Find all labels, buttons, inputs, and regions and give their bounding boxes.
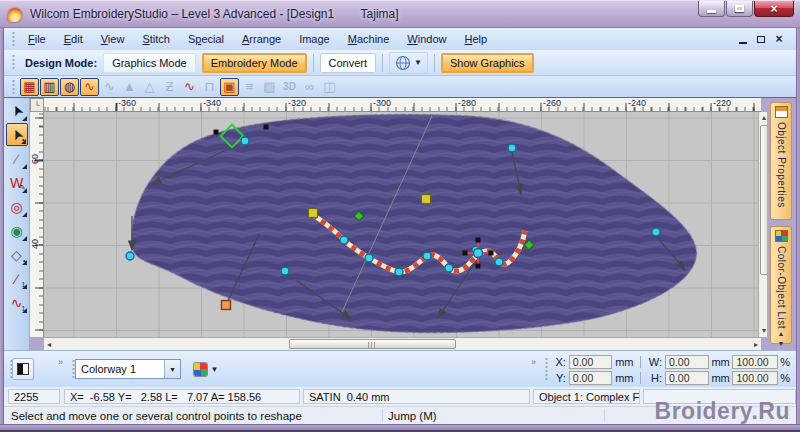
tab-scroll-down-icon[interactable]: ▼ <box>773 339 789 348</box>
zigzag-stitch-icon[interactable]: ∿ <box>80 78 99 96</box>
h-ruler-label: -280 <box>458 98 476 108</box>
menu-special[interactable]: Special <box>179 31 233 47</box>
scale-x-field[interactable]: 100.00 <box>732 355 778 369</box>
tab-object-properties[interactable]: Object Properties <box>770 102 792 220</box>
cyan-control-point[interactable] <box>652 228 660 236</box>
hoop-globe-button[interactable]: ▼ <box>389 52 428 74</box>
close-button[interactable]: × <box>754 1 794 17</box>
scroll-right-icon[interactable]: ▸ <box>754 341 758 349</box>
toolbar-grip[interactable] <box>12 54 15 72</box>
menu-file[interactable]: File <box>19 31 55 47</box>
menu-stitch[interactable]: Stitch <box>133 31 179 47</box>
convert-button[interactable]: Convert <box>320 53 377 73</box>
combo-dropdown-icon[interactable]: ▼ <box>164 360 180 378</box>
ruler-origin-button[interactable]: └ <box>30 98 44 112</box>
cyan-control-point[interactable] <box>126 252 134 260</box>
tab-scroll-up-icon[interactable]: ▲ <box>773 329 789 338</box>
lettering-tool[interactable]: W✎ <box>6 171 28 194</box>
complex-fill-icon[interactable]: ▦ <box>20 78 39 96</box>
cyan-control-point[interactable] <box>365 254 373 262</box>
design-canvas[interactable] <box>44 112 758 337</box>
yellow-control-point[interactable] <box>309 209 318 218</box>
cyan-control-point[interactable] <box>241 137 249 145</box>
cyan-control-point[interactable] <box>445 264 453 272</box>
knife-tool[interactable]: ∕ <box>6 147 28 170</box>
document-close-button[interactable]: × <box>770 32 788 47</box>
select-tool[interactable]: ➤ <box>6 99 28 122</box>
show-graphics-button[interactable]: Show Graphics <box>441 53 534 73</box>
tatami-fill-icon[interactable]: ▥ <box>40 78 59 96</box>
star-shape-tool[interactable]: ◇• <box>6 243 28 266</box>
w-field[interactable]: 0.00 <box>665 355 709 369</box>
dropdown-caret-icon: ▼ <box>211 365 219 374</box>
app-logo-icon <box>8 8 22 22</box>
document-restore-button[interactable] <box>752 32 770 47</box>
maximize-button[interactable] <box>726 1 753 17</box>
menu-window[interactable]: Window <box>398 31 455 47</box>
y-label: Y: <box>549 372 566 384</box>
y-field[interactable]: 0.00 <box>569 371 613 385</box>
texture-fill-icon[interactable]: ▣ <box>220 78 239 96</box>
scroll-left-icon[interactable]: ◂ <box>47 341 51 349</box>
motif-fill-icon[interactable]: ◍ <box>60 78 79 96</box>
thread-colors-button[interactable]: ▼ <box>189 359 223 379</box>
reshape-tool[interactable]: ➤• <box>6 123 28 146</box>
toolbar-overflow-chevron[interactable]: » <box>531 357 536 367</box>
closed-shape-tool[interactable]: ◎ <box>6 195 28 218</box>
menu-view[interactable]: View <box>92 31 134 47</box>
cyan-control-point[interactable] <box>508 144 516 152</box>
separator <box>434 54 435 72</box>
design-mode-toolbar: Design Mode: Graphics Mode Embroidery Mo… <box>4 50 796 76</box>
run-line-tool[interactable]: ∕1 <box>6 267 28 290</box>
menu-machine[interactable]: Machine <box>339 31 399 47</box>
black-control-point[interactable] <box>214 130 219 135</box>
cyan-control-point[interactable] <box>340 236 348 244</box>
stitch-edit-tool[interactable]: ∿1 <box>6 291 28 314</box>
h-ruler-label: -300 <box>373 98 391 108</box>
square-wave-icon: ⊓ <box>200 78 219 96</box>
embroidery-mode-button[interactable]: Embroidery Mode <box>202 53 307 73</box>
scroll-up-icon[interactable]: ▴ <box>762 114 766 122</box>
menu-image[interactable]: Image <box>290 31 339 47</box>
cyan-control-point[interactable] <box>495 258 503 266</box>
toolbar-grip[interactable] <box>12 31 15 46</box>
tab-color-object-list[interactable]: Color-Object List <box>770 226 792 344</box>
pointer-position: X= -6.58 Y= 2.58 L= 7.07 A= 158.56 <box>64 389 300 404</box>
x-label: X: <box>549 356 566 368</box>
cyan-control-point[interactable] <box>423 252 431 260</box>
yellow-control-point[interactable] <box>422 195 431 204</box>
cyan-control-point[interactable] <box>281 267 289 275</box>
menu-help[interactable]: Help <box>455 31 496 47</box>
background-toggle-button[interactable] <box>12 358 34 380</box>
scale-y-field[interactable]: 100.00 <box>732 371 778 385</box>
menu-arrange[interactable]: Arrange <box>233 31 290 47</box>
menu-edit[interactable]: Edit <box>55 31 92 47</box>
scroll-down-icon[interactable]: ▾ <box>762 327 766 335</box>
colorway-toolbar: » Colorway 1 ▼ ▼ » X: 0.00 mm W: 0.00 mm… <box>4 350 796 387</box>
stitch-count: 2255 <box>8 389 60 404</box>
x-field[interactable]: 0.00 <box>569 355 613 369</box>
toolbar-grip[interactable] <box>12 79 15 94</box>
globe-icon <box>395 55 411 71</box>
fill-shape-tool[interactable]: ◉ <box>6 219 28 242</box>
black-control-point[interactable] <box>264 125 269 130</box>
h-label: H: <box>645 372 662 384</box>
v-ruler-label: 60 <box>30 152 40 166</box>
minimize-button[interactable] <box>698 1 725 17</box>
h-field[interactable]: 0.00 <box>665 371 709 385</box>
orange-control-point[interactable] <box>222 301 231 310</box>
thread-colors-icon <box>194 363 207 376</box>
wave-effect-icon[interactable]: ∿ <box>180 78 199 96</box>
workspace: ➤➤•∕W✎◎◉◇•∕1∿1 └ -360-340-320-300-280-26… <box>4 98 796 350</box>
toolbar-grip[interactable] <box>545 357 548 381</box>
horizontal-scrollbar[interactable]: ◂ ▸ <box>44 337 761 350</box>
minimize-icon <box>739 42 747 44</box>
colorway-select[interactable]: Colorway 1 ▼ <box>75 359 181 379</box>
cyan-control-point[interactable] <box>395 268 403 276</box>
docked-panel-tabs: Object Properties Color-Object List ▲ ▼ <box>767 98 796 350</box>
toolbar-overflow-chevron[interactable]: » <box>58 357 63 367</box>
h-ruler-label: -260 <box>543 98 561 108</box>
document-minimize-button[interactable] <box>734 32 752 47</box>
graphics-mode-button[interactable]: Graphics Mode <box>103 53 196 73</box>
horizontal-scroll-thumb[interactable] <box>289 339 456 349</box>
